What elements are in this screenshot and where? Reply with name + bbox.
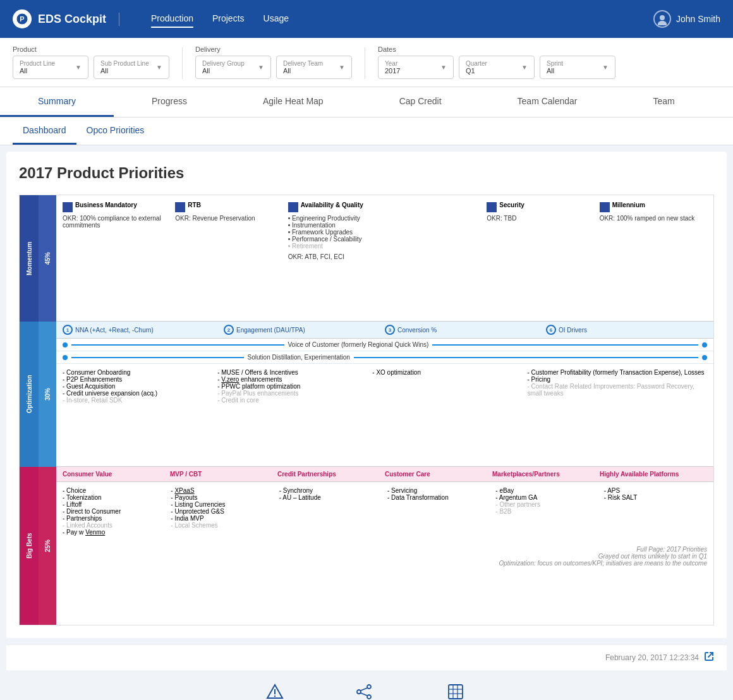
bb-item: - eBay [495,487,598,494]
tab-agile-heat-map[interactable]: Agile Heat Map [225,87,361,117]
percent-30: 30% [39,322,56,467]
voc-line-left-1 [71,344,284,346]
voc-dot-left-2 [63,355,68,360]
bb-item-grayed: - Local Schemes [171,522,274,529]
bb-item: - APS [604,487,707,494]
opt-num-3: 3 [385,325,395,335]
tab-team-calendar[interactable]: Team Calendar [480,87,615,117]
percent-labels: 45% 30% 25% [39,195,56,625]
delivery-group-select[interactable]: Delivery Group All ▼ [195,56,271,79]
year-select[interactable]: Year 2017 ▼ [378,56,454,79]
bb-item: - Argentum GA [495,494,598,501]
footnotes: Full Page: 2017 Priorities Grayed out it… [56,541,713,572]
voc-dot-left-1 [63,342,68,347]
mil-box [600,202,610,212]
sub-product-line-select[interactable]: Sub Product Line All ▼ [94,56,169,79]
cat-avq: Availability & Quality • Engineering Pro… [288,202,482,315]
cat-security: Security OKR: TBD [487,202,594,315]
product-line-chevron: ▼ [75,64,82,71]
sec-box [487,202,497,212]
voc-line-right-2 [354,357,698,358]
opt-item: - Pricing [527,376,707,383]
voc-row-2: Solution Distillation, Experimentation [56,351,713,364]
quarter-chevron: ▼ [521,64,528,71]
header: P EDS Cockpit Production Projects Usage … [0,0,733,38]
avq-bullet-3: • Framework Upgrades [288,229,482,236]
logo-icon: P [13,9,32,28]
bb-header-4: Customer Care [385,471,492,478]
percent-45: 45% [39,195,56,322]
opt-col-2: - MUSE / Offers & Incentives - V.zero en… [217,369,367,461]
svg-point-3 [658,21,667,25]
tab-cap-credit[interactable]: Cap Credit [361,87,480,117]
main-tabs: Summary Progress Agile Heat Map Cap Cred… [0,87,733,118]
nav-usage[interactable]: Usage [264,10,289,28]
avq-bullet-1: • Engineering Productivity [288,215,482,222]
user-avatar[interactable] [653,10,671,28]
momentum-row: Business Mandatory OKR: 100% compliance … [56,195,713,322]
cat-business-mandatory: Business Mandatory OKR: 100% compliance … [63,202,170,315]
sub-tab-dashboard[interactable]: Dashboard [13,118,76,145]
bb-item: - Data Transformation [387,494,490,501]
delivery-group-chevron: ▼ [258,64,264,71]
opt-col-1: - Consumer Onboarding - P2P Enhancements… [63,369,212,461]
bm-box [63,202,73,212]
voc-row-1: Voice of Customer (formerly Regional Qui… [56,339,713,351]
optimization-row: 1 NNA (+Act, +React, -Churn) 2 Engagemen… [56,322,713,467]
nav-production[interactable]: Production [151,10,193,28]
open-ticket-button[interactable]: Open a Ticket [250,683,300,700]
bb-item: - Unprotected G&S [171,508,274,515]
bb-col-6: - APS - Risk SALT [604,487,707,536]
avq-box [288,202,298,212]
opt-header-2: 2 Engagement (DAU/TPA) [224,325,385,335]
row-labels: Momentum Optimization Big Bets [20,195,39,625]
footer: Open a Ticket Share this link Download C… [0,670,733,700]
delivery-filter-group: Delivery Delivery Group All ▼ Delivery T… [195,45,352,79]
opt-item-grayed: - PayPal Plus enhancements [217,390,367,397]
product-line-select[interactable]: Product Line All ▼ [13,56,88,79]
opt-item: - XO optimization [372,369,522,376]
delivery-team-select[interactable]: Delivery Team All ▼ [276,56,352,79]
voc-text-2: Solution Distillation, Experimentation [248,354,350,361]
quarter-select[interactable]: Quarter Q1 ▼ [459,56,535,79]
footnote-3: Optimization: focus on outcomes/KPI; ini… [63,560,707,567]
divider-1 [182,47,183,79]
opt-item: - V.zero enhancements [217,376,367,383]
bb-col-1: - Choice - Tokenization - Liftoff - Dire… [63,487,166,536]
opt-header-4: 6 OI Drivers [546,325,707,335]
bb-col-4: - Servicing - Data Transformation [387,487,490,536]
bigbets-row: Consumer Value MVP / CBT Credit Partners… [56,467,713,572]
external-link-icon[interactable] [704,651,714,664]
footnote-1: Full Page: 2017 Priorities [63,546,707,553]
filter-bar: Product Product Line All ▼ Sub Product L… [0,38,733,87]
opt-item: - PPWC platform optimization [217,383,367,390]
tab-team[interactable]: Team [615,87,713,117]
bm-okr: OKR: 100% compliance to external commitm… [63,215,170,229]
timestamp-bar: February 20, 2017 12:23:34 [6,644,727,670]
svg-point-9 [367,695,371,699]
svg-text:P: P [20,15,24,23]
product-filter-group: Product Product Line All ▼ Sub Product L… [13,45,169,79]
bb-header-1: Consumer Value [63,471,170,478]
share-link-button[interactable]: Share this link [338,683,390,700]
nav-projects[interactable]: Projects [212,10,245,28]
bb-item: - AU – Latitude [279,494,382,501]
opt-item: - Credit universe expansion (acq.) [63,390,212,397]
bb-item: - Partnerships [63,515,166,522]
tab-progress[interactable]: Progress [114,87,225,117]
opt-header-3: 3 Conversion % [385,325,546,335]
bb-item: - XPaaS [171,487,274,494]
sub-tab-opco[interactable]: Opco Priorities [76,118,155,145]
opt-item: - Consumer Onboarding [63,369,212,376]
timestamp-text: February 20, 2017 12:23:34 [605,653,699,662]
dates-filter-group: Dates Year 2017 ▼ Quarter Q1 ▼ Sprint A [378,45,615,79]
user-area: John Smith [653,10,720,28]
opt-header: 1 NNA (+Act, +React, -Churn) 2 Engagemen… [56,322,713,339]
svg-line-10 [361,688,367,691]
sprint-select[interactable]: Sprint All ▼ [540,56,615,79]
tab-summary[interactable]: Summary [0,87,114,117]
voc-line-left-2 [71,357,244,358]
download-csv-button[interactable]: Download CSV [428,683,483,700]
bigbets-label: Big Bets [20,467,39,625]
bb-item-grayed: - Other partners [495,501,598,508]
